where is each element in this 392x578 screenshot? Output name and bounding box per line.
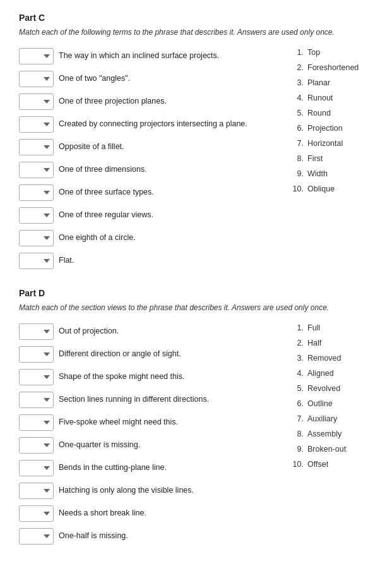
answer-dropdown[interactable]: 12345678910 bbox=[19, 323, 54, 340]
answer-number: 4. bbox=[291, 93, 304, 102]
part-d-section: Part D Match each of the section views t… bbox=[19, 288, 373, 545]
answer-item: 4.Aligned bbox=[291, 369, 373, 378]
question-text: One of three dimensions. bbox=[59, 162, 272, 176]
question-text: One eighth of a circle. bbox=[59, 230, 272, 244]
answer-dropdown[interactable]: 12345678910 bbox=[19, 162, 54, 178]
answer-number: 4. bbox=[291, 369, 304, 378]
question-text: Different direction or angle of sight. bbox=[59, 346, 272, 360]
answer-label: First bbox=[307, 154, 323, 163]
answer-dropdown[interactable]: 12345678910 bbox=[19, 505, 54, 522]
answer-item: 10.Oblique bbox=[291, 184, 373, 193]
answer-label: Projection bbox=[307, 124, 343, 133]
question-text: One-quarter is missing. bbox=[59, 437, 272, 451]
answer-label: Top bbox=[307, 48, 320, 57]
answer-number: 8. bbox=[291, 154, 304, 163]
question-text: The way in which an inclined surface pro… bbox=[59, 48, 272, 62]
answer-item: 4.Runout bbox=[291, 93, 373, 102]
answer-label: Full bbox=[307, 323, 320, 332]
answer-dropdown[interactable]: 12345678910 bbox=[19, 230, 54, 246]
answer-number: 9. bbox=[291, 169, 304, 178]
list-item: 12345678910Bends in the cutting-plane li… bbox=[19, 460, 272, 476]
question-text: Opposite of a fillet. bbox=[59, 139, 272, 153]
question-text: Out of projection. bbox=[59, 323, 272, 337]
answer-item: 10.Offset bbox=[291, 460, 373, 469]
answer-item: 5.Revolved bbox=[291, 384, 373, 393]
answer-dropdown[interactable]: 12345678910 bbox=[19, 207, 54, 224]
answer-number: 8. bbox=[291, 430, 304, 438]
answer-label: Outline bbox=[307, 399, 333, 408]
answer-item: 1.Full bbox=[291, 323, 373, 332]
list-item: 12345678910The way in which an inclined … bbox=[19, 48, 272, 64]
answer-label: Round bbox=[307, 109, 331, 117]
answer-dropdown[interactable]: 12345678910 bbox=[19, 346, 54, 363]
answer-item: 6.Projection bbox=[291, 124, 373, 133]
answer-dropdown[interactable]: 12345678910 bbox=[19, 253, 54, 269]
answer-item: 5.Round bbox=[291, 109, 373, 117]
list-item: 12345678910Flat. bbox=[19, 253, 272, 269]
answer-dropdown[interactable]: 12345678910 bbox=[19, 414, 54, 431]
answer-label: Removed bbox=[307, 354, 342, 363]
answer-number: 6. bbox=[291, 399, 304, 408]
list-item: 12345678910Needs a short break line. bbox=[19, 505, 272, 522]
answer-dropdown[interactable]: 12345678910 bbox=[19, 392, 54, 408]
list-item: 12345678910One-half is missing. bbox=[19, 528, 272, 545]
part-d-left-col: 12345678910Out of projection.12345678910… bbox=[19, 323, 272, 545]
answer-number: 5. bbox=[291, 384, 304, 393]
answer-number: 10. bbox=[291, 460, 304, 469]
answer-label: Horizontal bbox=[307, 139, 343, 148]
question-text: Section lines running in different direc… bbox=[59, 392, 272, 406]
answer-label: Revolved bbox=[307, 384, 340, 393]
answer-item: 2.Half bbox=[291, 339, 373, 347]
list-item: 12345678910One eighth of a circle. bbox=[19, 230, 272, 246]
answer-label: Offset bbox=[307, 460, 328, 469]
answer-dropdown[interactable]: 12345678910 bbox=[19, 71, 54, 87]
part-c-match-section: 12345678910The way in which an inclined … bbox=[19, 48, 373, 269]
answer-label: Auxiliary bbox=[307, 414, 337, 423]
answer-label: Aligned bbox=[307, 369, 334, 378]
answer-dropdown[interactable]: 12345678910 bbox=[19, 139, 54, 155]
answer-label: Planar bbox=[307, 78, 330, 87]
part-c-instructions: Match each of the following terms to the… bbox=[19, 27, 373, 38]
answer-dropdown[interactable]: 12345678910 bbox=[19, 437, 54, 454]
list-item: 12345678910Created by connecting project… bbox=[19, 116, 272, 133]
answer-number: 5. bbox=[291, 109, 304, 117]
answer-dropdown[interactable]: 12345678910 bbox=[19, 369, 54, 385]
list-item: 12345678910One-quarter is missing. bbox=[19, 437, 272, 454]
answer-number: 1. bbox=[291, 323, 304, 332]
answer-dropdown[interactable]: 12345678910 bbox=[19, 184, 54, 201]
answer-label: Foreshortened bbox=[307, 63, 359, 72]
question-text: Shape of the spoke might need this. bbox=[59, 369, 272, 383]
answer-dropdown[interactable]: 12345678910 bbox=[19, 483, 54, 499]
answer-dropdown[interactable]: 12345678910 bbox=[19, 460, 54, 476]
answer-number: 9. bbox=[291, 445, 304, 454]
list-item: 12345678910One of two "angles". bbox=[19, 71, 272, 87]
answer-dropdown[interactable]: 12345678910 bbox=[19, 48, 54, 64]
answer-item: 8.Assembly bbox=[291, 430, 373, 438]
list-item: 12345678910One of three projection plane… bbox=[19, 93, 272, 110]
answer-item: 7.Horizontal bbox=[291, 139, 373, 148]
answer-dropdown[interactable]: 12345678910 bbox=[19, 528, 54, 545]
question-text: One of three surface types. bbox=[59, 184, 272, 198]
question-text: Bends in the cutting-plane line. bbox=[59, 460, 272, 474]
answer-item: 3.Removed bbox=[291, 354, 373, 363]
list-item: 12345678910Hatching is only along the vi… bbox=[19, 483, 272, 499]
part-c-section: Part C Match each of the following terms… bbox=[19, 13, 373, 269]
answer-number: 3. bbox=[291, 354, 304, 363]
answer-item: 8.First bbox=[291, 154, 373, 163]
question-text: Hatching is only along the visible lines… bbox=[59, 483, 272, 497]
answer-label: Oblique bbox=[307, 184, 335, 193]
list-item: 12345678910Shape of the spoke might need… bbox=[19, 369, 272, 385]
list-item: 12345678910Out of projection. bbox=[19, 323, 272, 340]
answer-number: 2. bbox=[291, 339, 304, 347]
answer-label: Assembly bbox=[307, 430, 342, 438]
answer-number: 7. bbox=[291, 414, 304, 423]
answer-number: 6. bbox=[291, 124, 304, 133]
part-d-instructions: Match each of the section views to the p… bbox=[19, 302, 373, 313]
part-c-title: Part C bbox=[19, 13, 373, 23]
answer-dropdown[interactable]: 12345678910 bbox=[19, 116, 54, 133]
list-item: 12345678910One of three regular views. bbox=[19, 207, 272, 224]
answer-item: 6.Outline bbox=[291, 399, 373, 408]
answer-dropdown[interactable]: 12345678910 bbox=[19, 93, 54, 110]
answer-label: Broken-out bbox=[307, 445, 346, 454]
list-item: 12345678910Section lines running in diff… bbox=[19, 392, 272, 408]
